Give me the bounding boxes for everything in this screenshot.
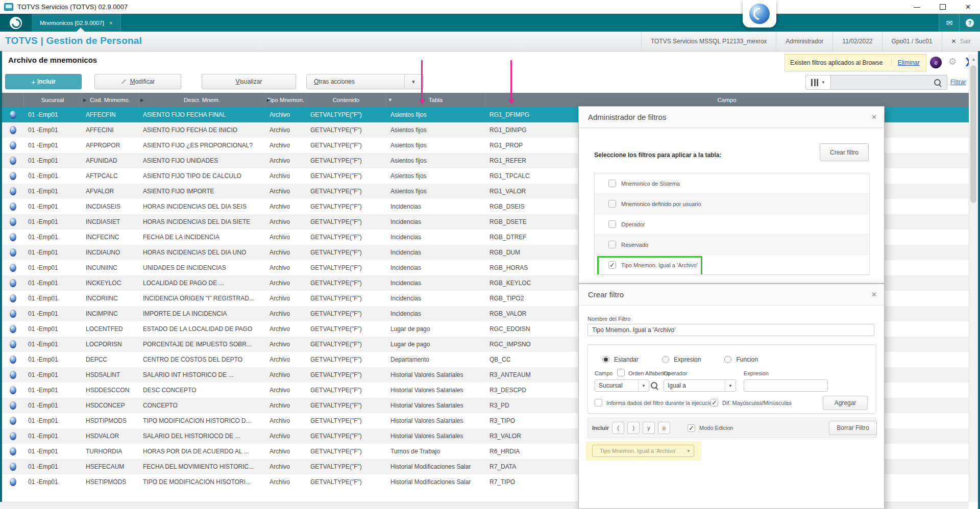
column-header-descr-mnem[interactable]: ▶Descr. Mnem. (139, 93, 265, 107)
columns-icon (811, 79, 818, 86)
totvs-assistant-bubble[interactable] (743, 0, 776, 28)
filter-checkbox[interactable] (608, 180, 616, 187)
mail-icon[interactable]: ✉ (939, 14, 960, 32)
record-icon (10, 126, 16, 134)
cell-codigo: AFTPCALC (82, 168, 139, 184)
cell-tipo: Archivo (265, 214, 306, 230)
filter-list-item[interactable]: Mnemonico de Sistema (595, 173, 869, 194)
cell-tabla: Historial Modificaciones Salar (386, 459, 485, 474)
close-icon[interactable]: ✕ (871, 291, 877, 298)
tab-close-icon[interactable]: × (109, 20, 112, 26)
search-input[interactable] (831, 79, 934, 86)
cell-descripcion: DESC CONCEPTO (139, 383, 265, 398)
dif-mayusculas-checkbox[interactable] (710, 399, 718, 406)
vertical-scrollbar[interactable]: ▲ (969, 54, 978, 502)
cell-sucursal: 01 -Emp01 (24, 275, 82, 291)
borrar-filtro-button[interactable]: Borrar Filtro (829, 421, 877, 435)
scrollbar-thumb[interactable] (970, 65, 976, 203)
filter-checkbox[interactable] (608, 220, 616, 228)
close-icon[interactable]: ✕ (965, 4, 971, 10)
column-header-cod-mnmemo[interactable]: ▶Cod. Mnmemo. (82, 93, 139, 107)
filter-chip-dropdown[interactable]: Tipo Mnemon. Igual a 'Archivo' ▼ (592, 445, 694, 457)
cell-contenido: GETVALTYPE("F") (306, 153, 386, 168)
filter-label: Reservado (621, 242, 648, 248)
column-header-campo[interactable]: Campo (485, 93, 969, 107)
dif-mayusculas-option[interactable]: Dif. Mayúsculas/Minúsculas (710, 399, 792, 406)
cell-tabla: Incidencias (386, 230, 485, 245)
visualizar-button[interactable]: Visualizar (202, 74, 296, 89)
filter-list-item[interactable]: Mnemonico definido por usuario (595, 194, 869, 214)
modo-edicion-option[interactable]: Modo Edicion (688, 424, 733, 432)
cell-descripcion: ASIENTO FIJO FECHA DE INICIO (139, 122, 265, 138)
cell-contenido: GETVALTYPE("F") (306, 352, 386, 367)
column-header-tabla[interactable]: ▼Tabla (386, 93, 485, 107)
filter-list-item[interactable]: Tipo Mnemon. Igual a 'Archivo' (595, 255, 869, 275)
operator-button[interactable]: y (643, 422, 655, 434)
filter-list-item[interactable]: Operador (595, 214, 869, 235)
cell-contenido: GETVALTYPE("F") (306, 122, 386, 138)
cell-tipo: Archivo (265, 459, 306, 474)
totvs-logo[interactable] (0, 14, 32, 32)
gear-icon[interactable]: ⚙ (948, 56, 957, 67)
help-icon[interactable]: ? (959, 14, 980, 32)
filter-checkbox[interactable] (608, 200, 616, 208)
column-picker-button[interactable]: ▼ (805, 75, 831, 90)
maximize-icon[interactable] (940, 4, 946, 10)
operator-button[interactable]: ( (612, 422, 624, 434)
close-icon[interactable]: ✕ (871, 113, 877, 121)
window-title: TOTVS Servicios (TOTVS) 02.9.0007 (17, 3, 128, 11)
cell-sucursal: 01 -Emp01 (24, 459, 82, 474)
create-filter-titlebar: Crear filtro ✕ (579, 284, 884, 306)
column-header-icon[interactable] (2, 93, 24, 107)
remove-filter-link[interactable]: Eliminar (891, 59, 926, 66)
search-icon[interactable] (934, 79, 941, 86)
operador-select[interactable]: Igual a ▼ (664, 379, 736, 392)
column-header-tipo-mnemon[interactable]: ▶Tipo Mnemon. (265, 93, 306, 107)
expresion-input[interactable] (744, 379, 828, 392)
operator-button[interactable]: o (658, 422, 670, 434)
filter-checkbox[interactable] (608, 241, 616, 248)
filter-checkbox[interactable] (608, 261, 616, 269)
agregar-button[interactable]: Agregar (823, 396, 868, 410)
cell-descripcion: TIPO MODIFICACION HISTORICO D... (139, 413, 265, 428)
record-icon (10, 218, 16, 226)
column-header-contenido[interactable]: Contenido (306, 93, 386, 107)
cell-sucursal: 01 -Emp01 (24, 383, 82, 398)
radio-icon[interactable] (602, 356, 609, 363)
incluir-button[interactable]: + Incluir (5, 74, 82, 89)
column-marker-icon: ▶ (267, 98, 270, 103)
filter-list-item[interactable]: Reservado (595, 235, 869, 255)
orden-alfabetico-checkbox[interactable] (617, 369, 625, 376)
campo-select[interactable]: Sucursal ▼ (595, 379, 649, 392)
cell-contenido: GETVALTYPE("F") (306, 168, 386, 184)
informa-dados-checkbox[interactable] (595, 399, 602, 406)
cell-contenido: GETVALTYPE("F") (306, 367, 386, 383)
operator-button[interactable]: ) (627, 422, 640, 434)
user-avatar-icon[interactable]: e (930, 57, 942, 68)
cell-sucursal: 01 -Emp01 (24, 214, 82, 230)
crear-filtro-button[interactable]: Crear filtro (820, 143, 869, 161)
minimize-icon[interactable]: — (914, 4, 920, 10)
scroll-up-icon[interactable]: ▲ (969, 57, 978, 62)
cell-sucursal: 01 -Emp01 (24, 337, 82, 352)
table-header[interactable]: Sucursal▶Cod. Mnmemo.▶Descr. Mnem.▶Tipo … (0, 93, 969, 107)
radio-option-funcion[interactable]: Funcion (724, 356, 758, 363)
sair-button[interactable]: ✕ Sair (942, 32, 980, 51)
chevron-down-icon: ▼ (725, 380, 736, 391)
radio-icon[interactable] (662, 356, 669, 363)
modo-edicion-checkbox[interactable] (688, 424, 695, 432)
column-header-sucursal[interactable]: Sucursal (24, 93, 82, 107)
radio-option-expresion[interactable]: Expresion (662, 356, 701, 363)
modificar-button[interactable]: Modificar (94, 74, 181, 89)
radio-icon[interactable] (724, 356, 731, 363)
create-filter-title: Crear filtro (588, 290, 624, 299)
cell-codigo: HSETIPMODS (82, 474, 139, 490)
annotation-arrow-tabla (421, 60, 423, 100)
otras-acciones-button[interactable]: Otras acciones ▼ (306, 74, 424, 89)
informa-dados-option[interactable]: Informa dados del filtro durante la ejec… (595, 399, 715, 406)
radio-option-estandar[interactable]: Estandar (602, 356, 639, 363)
field-search-icon[interactable] (651, 382, 657, 389)
filter-label: Mnemonico de Sistema (621, 181, 680, 187)
cell-tipo: Archivo (265, 321, 306, 337)
filter-name-input[interactable] (587, 324, 874, 336)
